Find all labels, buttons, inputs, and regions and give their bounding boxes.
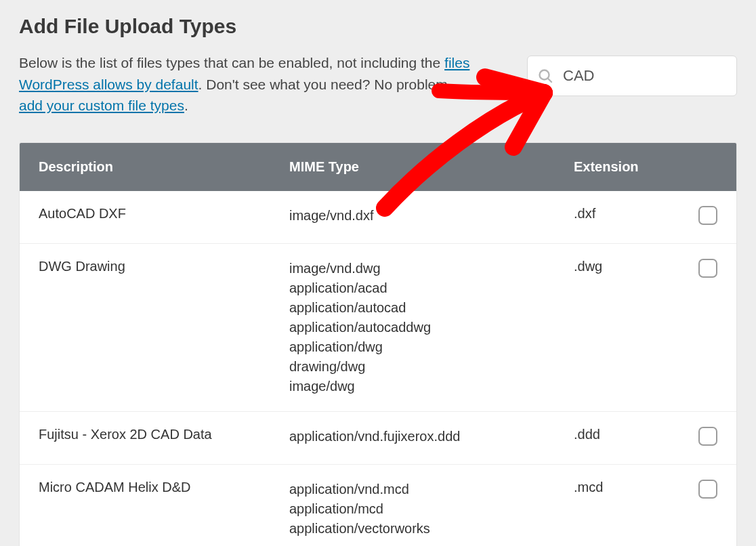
- mime-line: drawing/dwg: [289, 357, 574, 377]
- table-header-row: Description MIME Type Extension: [20, 143, 736, 191]
- cell-description: Micro CADAM Helix D&D: [39, 480, 289, 495]
- file-types-table: Description MIME Type Extension AutoCAD …: [19, 142, 737, 547]
- col-header-description: Description: [39, 159, 289, 175]
- mime-line: application/acad: [289, 278, 574, 298]
- cell-description: DWG Drawing: [39, 259, 289, 274]
- mime-line: image/vnd.dwg: [289, 259, 574, 278]
- intro-text: Below is the list of files types that ca…: [19, 52, 473, 117]
- mime-line: application/vnd.mcd: [289, 480, 574, 499]
- mime-line: image/dwg: [289, 377, 574, 396]
- cell-mime: image/vnd.dxf: [289, 206, 574, 226]
- enable-checkbox[interactable]: [698, 427, 717, 446]
- page-title: Add File Upload Types: [19, 15, 737, 38]
- enable-checkbox[interactable]: [698, 259, 717, 278]
- intro-part1: Below is the list of files types that ca…: [19, 55, 444, 70]
- cell-extension: .ddd: [574, 427, 689, 442]
- search-input[interactable]: [562, 66, 727, 85]
- cell-description: Fujitsu - Xerox 2D CAD Data: [39, 427, 289, 442]
- cell-extension: .mcd: [574, 480, 689, 495]
- mime-line: image/vnd.dxf: [289, 206, 574, 226]
- enable-checkbox[interactable]: [698, 480, 717, 499]
- cell-extension: .dxf: [574, 206, 689, 222]
- cell-extension: .dwg: [574, 259, 689, 274]
- cell-description: AutoCAD DXF: [39, 206, 289, 222]
- table-row: Fujitsu - Xerox 2D CAD Dataapplication/v…: [20, 411, 736, 464]
- mime-line: application/autocad: [289, 298, 574, 318]
- mime-line: application/dwg: [289, 337, 574, 357]
- col-header-extension: Extension: [574, 159, 689, 175]
- svg-line-1: [548, 79, 552, 83]
- col-header-mime: MIME Type: [289, 159, 574, 175]
- search-box[interactable]: [527, 56, 737, 96]
- mime-line: application/autocaddwg: [289, 318, 574, 337]
- intro-part3: .: [184, 98, 188, 113]
- intro-part2: . Don't see what you need? No problem,: [198, 77, 452, 92]
- mime-line: application/vectorworks: [289, 519, 574, 539]
- cell-mime: application/vnd.mcdapplication/mcdapplic…: [289, 480, 574, 539]
- link-add-custom[interactable]: add your custom file types: [19, 98, 184, 113]
- table-row: DWG Drawingimage/vnd.dwgapplication/acad…: [20, 243, 736, 411]
- search-icon: [537, 68, 553, 84]
- table-row: AutoCAD DXFimage/vnd.dxf.dxf: [20, 191, 736, 243]
- enable-checkbox[interactable]: [698, 206, 717, 225]
- mime-line: application/vnd.fujixerox.ddd: [289, 427, 574, 446]
- cell-mime: application/vnd.fujixerox.ddd: [289, 427, 574, 446]
- table-row: Micro CADAM Helix D&Dapplication/vnd.mcd…: [20, 464, 736, 547]
- cell-mime: image/vnd.dwgapplication/acadapplication…: [289, 259, 574, 396]
- mime-line: application/mcd: [289, 499, 574, 519]
